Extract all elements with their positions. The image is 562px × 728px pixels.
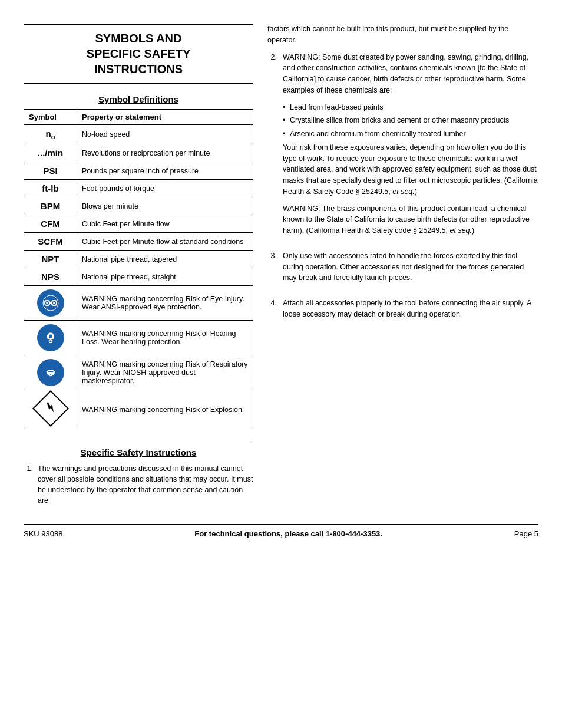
intro-continuation: factors which cannot be built into this … — [267, 24, 538, 46]
table-row: WARNING marking concerning Risk of Eye I… — [24, 286, 253, 321]
symbol-description: WARNING marking concerning Risk of Respi… — [77, 355, 253, 390]
right-column: factors which cannot be built into this … — [267, 24, 538, 512]
bullet-item: Crystalline silica from bricks and cemen… — [283, 115, 538, 126]
left-column: SYMBOLS AND SPECIFIC SAFETY INSTRUCTIONS… — [24, 24, 253, 512]
bullet-item: Arsenic and chromium from chemically tre… — [283, 129, 538, 140]
footer: SKU 93088 For technical questions, pleas… — [24, 524, 538, 538]
symbol-description: WARNING marking concerning Risk of Explo… — [77, 390, 253, 429]
symbol-psi: PSI — [24, 162, 77, 180]
item-text: WARNING: Some dust created by power sand… — [283, 52, 538, 96]
symbol-description: WARNING marking concerning Risk of Eye I… — [77, 286, 253, 321]
symbol-respirator-icon — [24, 355, 77, 390]
page-wrapper: SYMBOLS AND SPECIFIC SAFETY INSTRUCTIONS… — [24, 24, 538, 538]
item-number: 4. — [267, 298, 277, 326]
symbol-nps: NPS — [24, 268, 77, 286]
explosion-diamond — [36, 394, 65, 423]
lightning-icon — [44, 401, 57, 417]
svg-rect-9 — [52, 335, 54, 339]
symbol-description: Pounds per square inch of pressure — [77, 162, 253, 180]
table-row: ft-lb Foot-pounds of torque — [24, 180, 253, 197]
hearing-protection-icon — [37, 324, 64, 351]
table-row: NPS National pipe thread, straight — [24, 268, 253, 286]
symbol-description: Foot-pounds of torque — [77, 180, 253, 197]
main-title: SYMBOLS AND SPECIFIC SAFETY INSTRUCTIONS — [24, 24, 253, 84]
table-row: WARNING marking concerning Risk of Heari… — [24, 321, 253, 355]
col-header-property: Property or statement — [77, 110, 253, 125]
item-text-continued: Your risk from these exposures varies, d… — [283, 142, 538, 197]
symbol-npt: NPT — [24, 251, 77, 268]
symbol-description: Cubic Feet per Minute flow — [77, 215, 253, 233]
symbol-description: Revolutions or reciprocation per minute — [77, 144, 253, 162]
specific-safety-title: Specific Safety Instructions — [24, 440, 253, 457]
symbol-description: WARNING marking concerning Risk of Heari… — [77, 321, 253, 355]
footer-tech-question: For technical questions, please call 1-8… — [63, 529, 514, 538]
symbol-ear-icon — [24, 321, 77, 355]
safety-list: 1. The warnings and precautions discusse… — [24, 463, 253, 506]
table-row: .../min Revolutions or reciprocation per… — [24, 144, 253, 162]
table-row: no No-load speed — [24, 125, 253, 144]
list-item-2: 2. WARNING: Some dust created by power s… — [267, 52, 538, 242]
symbol-description: Blows per minute — [77, 197, 253, 215]
footer-page: Page 5 — [514, 529, 538, 538]
symbol-definitions-title: Symbol Definitions — [24, 94, 253, 104]
item-text: Only use with accessories rated to handl… — [283, 251, 538, 284]
item-content: Attach all accessories properly to the t… — [283, 298, 538, 326]
item-text: Attach all accessories properly to the t… — [283, 298, 538, 320]
symbol-description: Cubic Feet per Minute flow at standard c… — [77, 233, 253, 251]
respiratory-protection-icon — [37, 359, 64, 386]
table-row: NPT National pipe thread, tapered — [24, 251, 253, 268]
table-row: WARNING marking concerning Risk of Explo… — [24, 390, 253, 429]
table-row: SCFM Cubic Feet per Minute flow at stand… — [24, 233, 253, 251]
symbol-no: no — [24, 125, 77, 144]
svg-point-4 — [46, 302, 48, 304]
table-row: CFM Cubic Feet per Minute flow — [24, 215, 253, 233]
eye-protection-icon — [37, 289, 64, 317]
item-number: 3. — [267, 251, 277, 289]
bullet-item: Lead from lead-based paints — [283, 102, 538, 113]
table-row: BPM Blows per minute — [24, 197, 253, 215]
symbol-min: .../min — [24, 144, 77, 162]
symbol-explosion-icon — [24, 390, 77, 429]
list-item-3: 3. Only use with accessories rated to ha… — [267, 251, 538, 289]
symbol-description: No-load speed — [77, 125, 253, 144]
symbol-eye-icon — [24, 286, 77, 321]
list-item-4: 4. Attach all accessories properly to th… — [267, 298, 538, 326]
item-number: 2. — [267, 52, 277, 242]
item-content: Only use with accessories rated to handl… — [283, 251, 538, 289]
svg-point-5 — [53, 302, 55, 304]
symbol-description: National pipe thread, tapered — [77, 251, 253, 268]
col-header-symbol: Symbol — [24, 110, 77, 125]
item-text-warning2: WARNING: The brass components of this pr… — [283, 203, 538, 236]
symbol-ftlb: ft-lb — [24, 180, 77, 197]
symbol-cfm: CFM — [24, 215, 77, 233]
svg-rect-8 — [47, 335, 49, 339]
table-row: PSI Pounds per square inch of pressure — [24, 162, 253, 180]
table-row: WARNING marking concerning Risk of Respi… — [24, 355, 253, 390]
item-content: WARNING: Some dust created by power sand… — [283, 52, 538, 242]
list-item: 1. The warnings and precautions discusse… — [24, 463, 253, 506]
footer-sku: SKU 93088 — [24, 529, 63, 538]
symbol-scfm: SCFM — [24, 233, 77, 251]
numbered-list: 2. WARNING: Some dust created by power s… — [267, 52, 538, 326]
item-text: The warnings and precautions discussed i… — [38, 463, 253, 506]
item-number: 1. — [24, 463, 33, 506]
symbol-table: Symbol Property or statement no No-load … — [24, 109, 253, 429]
symbol-bpm: BPM — [24, 197, 77, 215]
symbol-description: National pipe thread, straight — [77, 268, 253, 286]
